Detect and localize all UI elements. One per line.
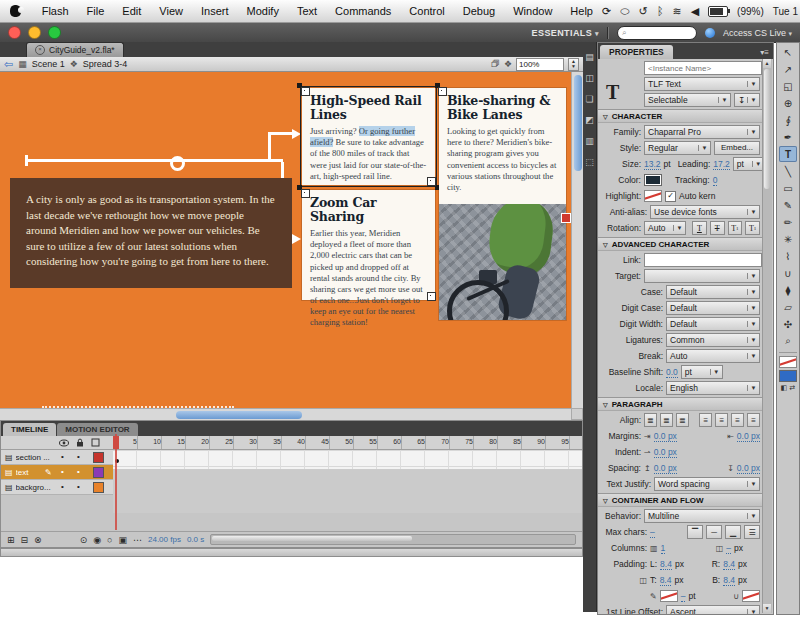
menu-item[interactable]: Modify bbox=[237, 5, 287, 17]
layer-visibility-dot[interactable]: • bbox=[61, 453, 64, 461]
center-frame-button[interactable]: ⊙ bbox=[80, 535, 88, 545]
stage-canvas[interactable]: A city is only as good as its transporta… bbox=[0, 72, 571, 408]
layer-name[interactable]: text bbox=[16, 468, 60, 477]
layer-name[interactable]: backgro... bbox=[16, 483, 60, 492]
rectangle-tool-icon[interactable]: ▭ bbox=[779, 180, 797, 196]
timeline-layer-row[interactable]: ▤ section ... • • bbox=[1, 450, 113, 465]
volume-icon[interactable]: ◀ bbox=[691, 5, 699, 18]
justify-last-left-button[interactable]: ≡ bbox=[699, 413, 712, 427]
onion-skin-outlines-button[interactable]: ○ bbox=[107, 535, 112, 545]
section-advanced-character[interactable]: ▽ADVANCED CHARACTER bbox=[598, 237, 763, 251]
pencil-tool-icon[interactable]: ✎ bbox=[779, 197, 797, 213]
notification-icon[interactable]: ⬭ bbox=[620, 5, 629, 18]
pen-tool-icon[interactable]: ✒ bbox=[779, 129, 797, 145]
panel-menu-icon[interactable]: ▾≡ bbox=[756, 48, 773, 59]
black-white-colors-button[interactable]: ◧ bbox=[781, 384, 788, 392]
frame-rate-value[interactable]: 24.00 fps bbox=[148, 535, 181, 544]
break-dropdown[interactable]: Auto▼ bbox=[666, 349, 760, 363]
menu-item[interactable]: File bbox=[78, 5, 114, 17]
text-color-swatch[interactable] bbox=[644, 174, 662, 186]
valign-top-button[interactable]: ▔ bbox=[687, 525, 703, 539]
layer-name[interactable]: section ... bbox=[16, 453, 60, 462]
tab-properties[interactable]: PROPERTIES bbox=[600, 45, 673, 59]
underline-button[interactable]: T bbox=[692, 221, 707, 235]
font-style-dropdown[interactable]: Regular▼ bbox=[644, 141, 711, 155]
font-family-dropdown[interactable]: Chaparral Pro▼ bbox=[644, 125, 760, 139]
margin-right-value[interactable]: 0.0 px bbox=[737, 431, 760, 442]
text-orientation-dropdown[interactable]: ↧▼ bbox=[734, 93, 760, 107]
padding-left-value[interactable]: 8.4 bbox=[660, 559, 672, 570]
first-line-offset-dropdown[interactable]: Ascent▼ bbox=[666, 605, 760, 614]
align-right-button[interactable]: ≣ bbox=[676, 413, 689, 427]
intro-text-box[interactable]: A city is only as good as its transporta… bbox=[10, 178, 292, 288]
justify-last-center-button[interactable]: ≡ bbox=[715, 413, 728, 427]
collapsed-panel-icon-2[interactable]: ◫ bbox=[584, 72, 596, 84]
scroll-down-arrow[interactable]: ▼ bbox=[763, 604, 771, 613]
text-flow-in-port[interactable] bbox=[438, 87, 447, 96]
padding-bottom-value[interactable]: 8.4 bbox=[723, 575, 735, 586]
scene-breadcrumb[interactable]: Scene 1 bbox=[32, 59, 65, 69]
text-flow-in-port[interactable] bbox=[301, 189, 310, 198]
container-border-color-swatch[interactable] bbox=[660, 590, 678, 602]
collapsed-panel-icon-4[interactable]: ◩ bbox=[584, 114, 596, 126]
line-tool-icon[interactable]: ╲ bbox=[779, 163, 797, 179]
scrollbar-thumb[interactable] bbox=[574, 75, 582, 171]
valign-justify-button[interactable]: ☰ bbox=[744, 525, 760, 539]
menu-item[interactable]: Text bbox=[288, 5, 326, 17]
wifi-icon[interactable]: ≋ bbox=[672, 5, 681, 18]
layer-lock-dot[interactable]: • bbox=[77, 468, 80, 476]
text-tool-icon[interactable]: T bbox=[779, 146, 797, 162]
menu-item[interactable]: Commands bbox=[326, 5, 400, 17]
workspace-switcher[interactable]: ESSENTIALS ▾ bbox=[532, 28, 599, 38]
leading-value[interactable]: 17.2 bbox=[713, 159, 730, 170]
margin-left-value[interactable]: 0.0 px bbox=[654, 431, 677, 442]
text-flow-in-port[interactable] bbox=[301, 87, 310, 96]
layer-outline-color[interactable] bbox=[93, 452, 104, 463]
lasso-tool-icon[interactable]: ∮ bbox=[779, 112, 797, 128]
container-fill-color-swatch[interactable] bbox=[742, 590, 760, 602]
time-machine-icon[interactable]: ↺ bbox=[639, 5, 648, 18]
border-width-value[interactable]: – bbox=[681, 591, 686, 602]
collapsed-panel-icon-3[interactable]: ❏ bbox=[584, 93, 596, 105]
menu-item[interactable]: Edit bbox=[113, 5, 150, 17]
bike-card[interactable]: Bike-sharing & Bike Lanes Looking to get… bbox=[439, 88, 566, 320]
layer-visibility-dot[interactable]: • bbox=[61, 483, 64, 491]
eraser-tool-icon[interactable]: ▱ bbox=[779, 299, 797, 315]
link-field[interactable] bbox=[644, 253, 762, 267]
text-type-dropdown[interactable]: Selectable▼ bbox=[644, 93, 731, 107]
lock-padding-icon[interactable]: ◫ bbox=[639, 576, 647, 585]
new-layer-button[interactable]: ⊞ bbox=[7, 535, 15, 545]
minimize-window-button[interactable] bbox=[28, 26, 41, 39]
leading-unit-dropdown[interactable]: pt▼ bbox=[733, 157, 763, 171]
subscript-button[interactable]: T1 bbox=[745, 221, 760, 235]
highlight-color-swatch[interactable] bbox=[644, 190, 662, 202]
deco-tool-icon[interactable]: ✳ bbox=[779, 231, 797, 247]
ligatures-dropdown[interactable]: Common▼ bbox=[666, 333, 760, 347]
padding-right-value[interactable]: 8.4 bbox=[723, 559, 735, 570]
case-dropdown[interactable]: Default▼ bbox=[666, 285, 760, 299]
apple-menu-icon[interactable] bbox=[10, 5, 21, 17]
stroke-color-chip[interactable] bbox=[779, 356, 797, 368]
layer-lock-dot[interactable]: • bbox=[77, 483, 80, 491]
justify-all-button[interactable]: ≡ bbox=[747, 413, 760, 427]
padding-top-value[interactable]: 8.4 bbox=[660, 575, 672, 586]
sync-icon[interactable]: ⟳ bbox=[602, 5, 611, 18]
valign-bottom-button[interactable]: ▁ bbox=[725, 525, 741, 539]
text-flow-out-port[interactable] bbox=[427, 177, 436, 186]
back-arrow-icon[interactable]: ⇦ bbox=[4, 59, 13, 69]
collapsed-panel-icon-6[interactable]: ⬚ bbox=[584, 156, 596, 168]
digit-case-dropdown[interactable]: Default▼ bbox=[666, 301, 760, 315]
section-container-and-flow[interactable]: ▽CONTAINER AND FLOW bbox=[598, 493, 763, 507]
fill-color-chip[interactable] bbox=[779, 370, 797, 382]
align-left-button[interactable]: ≣ bbox=[644, 413, 657, 427]
menu-bar-clock[interactable]: Tue 1 bbox=[773, 6, 798, 17]
rotation-dropdown[interactable]: Auto▼ bbox=[644, 221, 686, 235]
onion-skin-button[interactable]: ◉ bbox=[93, 535, 101, 545]
section-paragraph[interactable]: ▽PARAGRAPH bbox=[598, 397, 763, 411]
valign-center-button[interactable]: ─ bbox=[706, 525, 722, 539]
instance-name-field[interactable] bbox=[644, 61, 762, 75]
stage-zoom-input[interactable] bbox=[516, 58, 564, 71]
bone-tool-icon[interactable]: ⌇ bbox=[779, 248, 797, 264]
close-window-button[interactable] bbox=[8, 26, 21, 39]
document-tab[interactable]: × CityGuide_v2.fla* bbox=[26, 42, 124, 57]
